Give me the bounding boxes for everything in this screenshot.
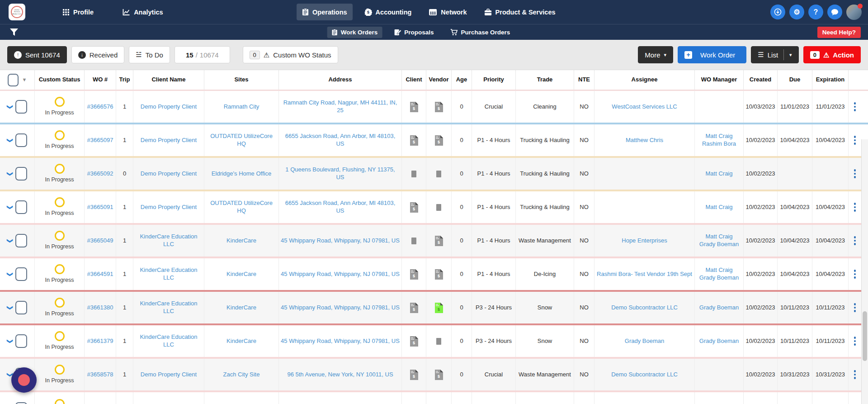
chevron-down-icon[interactable]: ▼ <box>22 77 27 83</box>
site-link[interactable]: OUTDATED UtilizeCore HQ <box>206 200 277 215</box>
invoice-dollar-icon[interactable]: $ <box>410 202 418 213</box>
assignee-link[interactable]: Grady Boeman <box>625 337 664 345</box>
site-link[interactable]: KinderCare <box>226 304 256 312</box>
address-link[interactable]: 45 Whippany Road, Whippany, NJ 07981, US <box>281 304 400 312</box>
row-checkbox[interactable] <box>15 167 27 181</box>
site-link[interactable]: KinderCare <box>226 337 256 345</box>
invoice-dollar-icon[interactable]: $ <box>434 370 443 380</box>
nav-item-network[interactable]: Network <box>423 4 472 20</box>
kebab-menu-icon[interactable] <box>854 169 856 178</box>
header-sites[interactable]: Sites <box>204 70 279 90</box>
header-trade[interactable]: Trade <box>516 70 574 90</box>
header-due[interactable]: Due <box>778 70 812 90</box>
invoice-dollar-icon[interactable]: $ <box>434 269 443 280</box>
expand-row-icon[interactable]: ❯ <box>6 238 14 243</box>
header-wo-number[interactable]: WO # <box>85 70 116 90</box>
list-split-button[interactable]: ☰ List ▾ <box>751 46 798 63</box>
filter-icon[interactable] <box>9 28 19 36</box>
expand-row-icon[interactable]: ❯ <box>6 205 14 210</box>
wo-number-link[interactable]: #3666576 <box>87 103 113 111</box>
wo-manager-link[interactable]: Grady Boeman <box>699 337 739 345</box>
nav-item-accounting[interactable]: $ Accounting <box>359 4 417 20</box>
client-name-link[interactable]: Demo Property Client <box>141 204 197 211</box>
tab-purchase-orders[interactable]: Purchase Orders <box>445 27 514 38</box>
client-name-link[interactable]: KinderCare Education LLC <box>135 300 202 315</box>
sent-button[interactable]: ↑ Sent 10674 <box>7 46 67 63</box>
chat-icon[interactable] <box>827 5 842 19</box>
row-checkbox[interactable] <box>15 200 27 214</box>
assignee-link[interactable]: Demo Subcontractor LLC <box>611 304 678 312</box>
address-link[interactable]: 96 5th Avenue, New York, NY 10011, US <box>287 371 393 379</box>
wo-manager-link[interactable]: Matt Craig <box>706 170 733 178</box>
kebab-menu-icon[interactable] <box>854 370 856 379</box>
company-logo[interactable]: Demo Service Broker LLC <box>9 4 25 20</box>
address-link[interactable]: 45 Whippany Road, Whippany, NJ 07981, US <box>281 271 400 278</box>
header-assignee[interactable]: Assignee <box>594 70 695 90</box>
kebab-menu-icon[interactable] <box>854 270 856 279</box>
row-checkbox[interactable] <box>15 402 27 404</box>
nav-item-operations[interactable]: Operations <box>297 4 353 20</box>
wo-number-link[interactable]: #3661380 <box>87 304 113 312</box>
wo-number-link[interactable]: #3665097 <box>87 137 113 144</box>
address-link[interactable]: 1 Queens Boulevard, Flushing, NY 11375, … <box>281 166 400 181</box>
client-name-link[interactable]: Demo Property Client <box>141 103 197 111</box>
chat-launcher-button[interactable] <box>11 367 37 393</box>
row-checkbox[interactable] <box>15 234 27 247</box>
work-order-button[interactable]: + Work Order <box>678 46 746 63</box>
action-button[interactable]: 0 ⚠ Action <box>803 46 861 63</box>
tab-proposals[interactable]: Proposals <box>389 27 438 38</box>
row-checkbox[interactable] <box>15 301 27 314</box>
row-checkbox[interactable] <box>15 133 27 147</box>
wo-manager-link[interactable]: Rashim Bora <box>702 140 736 148</box>
help-icon[interactable]: ? <box>808 5 823 19</box>
invoice-dollar-icon[interactable]: $ <box>434 303 443 313</box>
site-link[interactable]: KinderCare <box>226 271 256 278</box>
address-link[interactable]: 45 Whippany Road, Whippany, NJ 07981, US <box>281 337 400 345</box>
row-checkbox[interactable] <box>15 267 27 281</box>
header-custom-status[interactable]: Custom Status <box>35 70 85 90</box>
row-checkbox[interactable] <box>15 334 27 348</box>
kebab-menu-icon[interactable] <box>854 303 856 312</box>
header-vendor[interactable]: Vendor <box>426 70 452 90</box>
invoice-dollar-icon[interactable]: $ <box>410 102 418 112</box>
header-created[interactable]: Created <box>744 70 778 90</box>
header-client-name[interactable]: Client Name <box>133 70 204 90</box>
gear-icon[interactable]: ⚙ <box>789 5 804 19</box>
kebab-menu-icon[interactable] <box>854 102 856 111</box>
header-address[interactable]: Address <box>279 70 402 90</box>
wo-number-link[interactable]: #3661379 <box>87 337 113 345</box>
assignee-link[interactable]: Rashmi Bora- Test Vendor 19th Sept <box>597 271 692 278</box>
address-link[interactable]: 6655 Jackson Road, Ann Arbor, MI 48103, … <box>281 200 400 215</box>
nav-item-products[interactable]: Product & Services <box>479 4 561 20</box>
invoice-dollar-icon[interactable]: $ <box>434 236 443 246</box>
nav-item-analytics[interactable]: Analytics <box>117 4 168 20</box>
received-button[interactable]: ↓ Received <box>71 46 125 63</box>
header-trip[interactable]: Trip <box>116 70 133 90</box>
scrollbar-thumb[interactable] <box>863 311 867 361</box>
user-avatar[interactable] <box>846 5 862 20</box>
wo-manager-link[interactable]: Grady Boeman <box>699 241 739 248</box>
client-name-link[interactable]: Demo Property Client <box>141 137 197 144</box>
tab-work-orders[interactable]: Work Orders <box>327 27 382 38</box>
wo-manager-link[interactable]: Grady Boeman <box>699 304 739 312</box>
vertical-scrollbar[interactable] <box>861 139 868 404</box>
wo-manager-link[interactable]: Matt Craig <box>706 204 733 211</box>
header-client[interactable]: Client <box>402 70 426 90</box>
address-link[interactable]: 45 Whippany Road, Whippany, NJ 07981, US <box>281 237 400 245</box>
invoice-dollar-icon[interactable]: $ <box>410 269 418 280</box>
invoice-dollar-icon[interactable]: $ <box>434 135 443 146</box>
expand-row-icon[interactable]: ❯ <box>6 138 14 143</box>
site-link[interactable]: Eldridge's Home Office <box>212 170 271 178</box>
download-icon[interactable] <box>770 5 785 19</box>
assignee-link[interactable]: WestCoast Services LLC <box>612 103 677 111</box>
wo-number-link[interactable]: #3665092 <box>87 170 113 178</box>
expand-row-icon[interactable]: ❯ <box>6 339 14 344</box>
client-name-link[interactable]: KinderCare Education LLC <box>135 266 202 282</box>
site-link[interactable]: Zach City Site <box>223 371 260 379</box>
wo-manager-link[interactable]: Grady Boeman <box>699 274 739 282</box>
wo-manager-link[interactable]: Matt Craig <box>706 133 733 140</box>
assignee-link[interactable]: Hope Enterprises <box>622 237 667 245</box>
nav-item-profile[interactable]: Profile <box>57 4 99 20</box>
client-name-link[interactable]: KinderCare Education LLC <box>135 233 202 248</box>
custom-wo-status-button[interactable]: 0 ⚠ Custom WO Status <box>243 46 338 63</box>
